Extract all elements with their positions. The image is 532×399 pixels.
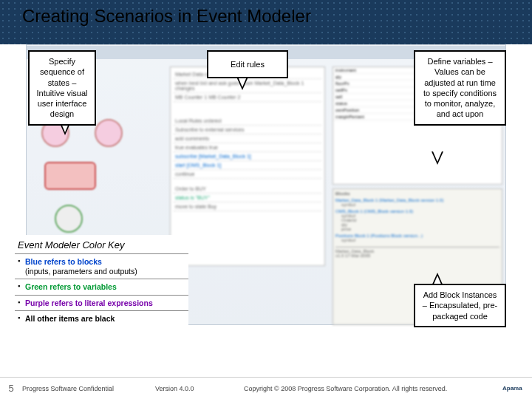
callout-add-blocks: Add Block Instances – Encapsulated, pre-…: [414, 284, 506, 327]
callout-edit-rules: Edit rules: [207, 50, 288, 78]
bg-rules-panel: Market Data counter retracted while when…: [170, 66, 325, 266]
color-key-item-blue: Blue refers to blocks (inputs, parameter…: [15, 253, 188, 279]
callout-tail: [432, 151, 443, 165]
footer: 5 Progress Software Confidential Version…: [0, 377, 532, 399]
footer-copyright: Copyright © 2008 Progress Software Corpo…: [244, 385, 502, 392]
slide-number: 5: [0, 383, 22, 394]
slide-title: Creating Scenarios in Event Modeler: [22, 6, 311, 27]
callout-define-variables: Define variables – Values can be adjuste…: [414, 50, 506, 126]
color-key-item-black: All other items are black: [15, 310, 188, 327]
color-key-box: Event Modeler Color Key Blue refers to b…: [15, 235, 188, 331]
color-key-item-purple: Purple refers to literal expressions: [15, 295, 188, 311]
callout-specify-states: Specify sequence of states – Intuitive v…: [28, 50, 96, 126]
footer-logo: Apama: [502, 385, 532, 392]
footer-version: Version 4.0.0: [155, 385, 244, 392]
color-key-heading: Event Modeler Color Key: [15, 239, 188, 250]
color-key-item-green: Green refers to variables: [15, 279, 188, 295]
callout-tail: [236, 77, 248, 90]
footer-confidential: Progress Software Confidential: [22, 385, 155, 392]
